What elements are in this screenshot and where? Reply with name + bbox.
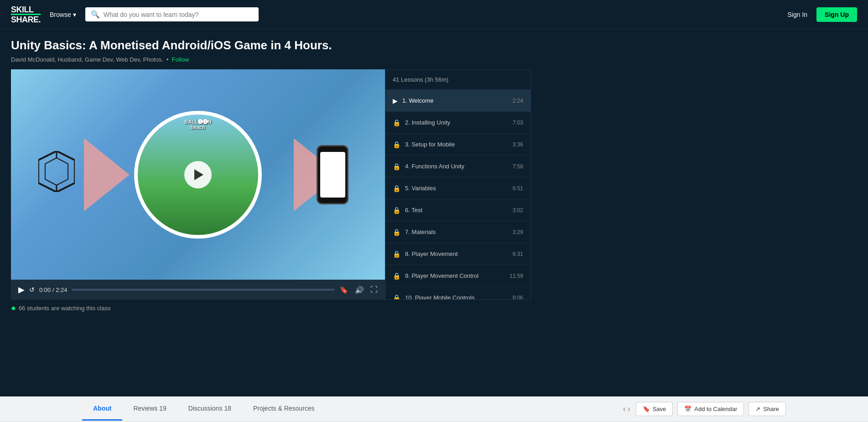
fullscreen-icon[interactable]: ⛶ bbox=[370, 286, 378, 294]
phone-screen bbox=[320, 152, 345, 198]
search-icon: 🔍 bbox=[91, 10, 100, 19]
lessons-count: 41 Lessons (3h 56m) bbox=[393, 76, 448, 83]
watching-info: ● 66 students are watching this class bbox=[11, 303, 491, 313]
course-title: Unity Basics: A Monetised Android/iOS Ga… bbox=[11, 38, 491, 52]
video-controls-bar: ▶ ↺ 0:00 / 2:24 🔖 🔊 ⛶ bbox=[11, 280, 385, 300]
lessons-sidebar: 41 Lessons (3h 56m) ▶ 1. Welcome 2:24 🔒 … bbox=[385, 69, 531, 300]
lesson-item[interactable]: 🔒 2. Installing Unity 7:03 bbox=[385, 112, 530, 134]
lesson-item[interactable]: 🔒 10. Player Mobile Controls 8:06 bbox=[385, 287, 530, 299]
bg-arrow-left bbox=[84, 138, 130, 211]
lock-icon: 🔒 bbox=[393, 250, 400, 258]
search-bar: 🔍 bbox=[85, 7, 259, 21]
lesson-name: 5. Variables bbox=[405, 185, 508, 192]
lock-icon: 🔒 bbox=[393, 163, 400, 170]
video-play-overlay-button[interactable] bbox=[184, 161, 212, 188]
lessons-list: ▶ 1. Welcome 2:24 🔒 2. Installing Unity … bbox=[385, 90, 530, 299]
signup-label: Sign Up bbox=[825, 11, 849, 18]
lesson-duration: 8:06 bbox=[513, 295, 523, 300]
lesson-name: 2. Installing Unity bbox=[405, 119, 508, 126]
lesson-name: 3. Setup for Mobile bbox=[405, 141, 508, 148]
video-thumbnail: BALL🅞🅞Nbeach bbox=[11, 69, 385, 280]
lesson-name: 6. Test bbox=[405, 207, 508, 214]
course-author: David McDonald, Husband, Game Dev, Web D… bbox=[11, 56, 491, 63]
play-triangle-icon bbox=[194, 169, 203, 180]
lesson-duration: 6:51 bbox=[513, 185, 523, 192]
video-preview-circle: BALL🅞🅞Nbeach bbox=[134, 111, 262, 239]
sidebar-header: 41 Lessons (3h 56m) bbox=[385, 70, 530, 90]
lesson-item[interactable]: 🔒 7. Materials 3:29 bbox=[385, 221, 530, 243]
chevron-down-icon: ▾ bbox=[73, 11, 76, 18]
lock-icon: 🔒 bbox=[393, 119, 400, 126]
svg-marker-1 bbox=[45, 158, 68, 185]
lesson-duration: 3:36 bbox=[513, 141, 523, 148]
video-section: BALL🅞🅞Nbeach ▶ ↺ 0:00 / 2:24 🔖 🔊 ⛶ bbox=[11, 69, 491, 300]
lock-icon: 🔒 bbox=[393, 141, 400, 148]
volume-icon[interactable]: 🔊 bbox=[355, 286, 364, 294]
lesson-item[interactable]: 🔒 4. Functions And Unity 7:58 bbox=[385, 156, 530, 177]
rewind-button[interactable]: ↺ bbox=[29, 286, 35, 293]
skillshare-logo: SKILL SHARE. bbox=[11, 5, 41, 24]
browse-label: Browse bbox=[50, 11, 71, 18]
lesson-duration: 3:02 bbox=[513, 207, 523, 214]
lesson-item[interactable]: ▶ 1. Welcome 2:24 bbox=[385, 90, 530, 112]
lesson-name: 10. Player Mobile Controls bbox=[405, 294, 508, 299]
lock-icon: 🔒 bbox=[393, 294, 400, 300]
main-content: Unity Basics: A Monetised Android/iOS Ga… bbox=[0, 29, 502, 313]
progress-bar[interactable] bbox=[72, 289, 335, 291]
lock-icon: 🔒 bbox=[393, 185, 400, 192]
lesson-name: 1. Welcome bbox=[402, 97, 508, 104]
lesson-duration: 3:29 bbox=[513, 229, 523, 235]
signin-label: Sign In bbox=[788, 11, 808, 18]
lesson-duration: 6:31 bbox=[513, 251, 523, 257]
bookmark-icon[interactable]: 🔖 bbox=[339, 286, 348, 294]
circle-inner: BALL🅞🅞Nbeach bbox=[138, 115, 258, 235]
lesson-item[interactable]: 🔒 6. Test 3:02 bbox=[385, 199, 530, 221]
lesson-duration: 2:24 bbox=[513, 98, 523, 104]
header: SKILL SHARE. Browse ▾ 🔍 Sign In Sign Up bbox=[0, 0, 868, 29]
search-input[interactable] bbox=[104, 11, 253, 18]
lesson-item[interactable]: 🔒 5. Variables 6:51 bbox=[385, 177, 530, 199]
lock-icon: 🔒 bbox=[393, 229, 400, 236]
play-button[interactable]: ▶ bbox=[18, 285, 25, 295]
lesson-item[interactable]: 🔒 3. Setup for Mobile 3:36 bbox=[385, 134, 530, 156]
unity-logo-icon bbox=[38, 151, 75, 198]
lesson-item[interactable]: 🔒 9. Player Movement Control 11:59 bbox=[385, 265, 530, 287]
lock-icon: 🔒 bbox=[393, 272, 400, 280]
lesson-name: 9. Player Movement Control bbox=[405, 272, 505, 279]
video-time: 0:00 / 2:24 bbox=[39, 287, 67, 293]
lesson-duration: 11:59 bbox=[509, 273, 523, 279]
watching-text: 66 students are watching this class bbox=[19, 305, 111, 312]
lesson-duration: 7:58 bbox=[513, 163, 523, 170]
signup-button[interactable]: Sign Up bbox=[816, 7, 857, 22]
watching-dot-icon: ● bbox=[11, 303, 16, 313]
lesson-name: 7. Materials bbox=[405, 229, 508, 235]
follow-link[interactable]: Follow bbox=[172, 56, 189, 63]
lesson-item[interactable]: 🔒 8. Player Movement 6:31 bbox=[385, 243, 530, 265]
signin-button[interactable]: Sign In bbox=[788, 11, 808, 18]
lock-icon: 🔒 bbox=[393, 207, 400, 214]
lesson-name: 4. Functions And Unity bbox=[405, 163, 508, 170]
author-text: David McDonald, Husband, Game Dev, Web D… bbox=[11, 56, 163, 63]
lesson-name: 8. Player Movement bbox=[405, 250, 508, 257]
play-circle-icon: ▶ bbox=[393, 97, 398, 104]
control-icons: 🔖 🔊 ⛶ bbox=[339, 286, 378, 294]
phone-icon bbox=[317, 145, 348, 204]
video-player: BALL🅞🅞Nbeach ▶ ↺ 0:00 / 2:24 🔖 🔊 ⛶ bbox=[11, 69, 385, 300]
lesson-duration: 7:03 bbox=[513, 120, 523, 126]
browse-button[interactable]: Browse ▾ bbox=[50, 11, 76, 18]
